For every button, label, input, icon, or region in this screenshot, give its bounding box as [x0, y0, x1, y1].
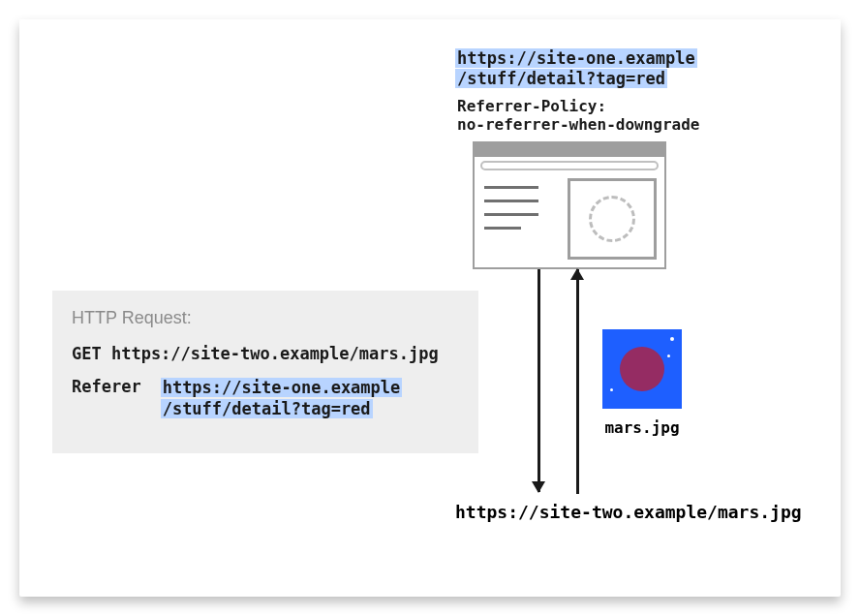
http-get-line: GET https://site-two.example/mars.jpg [72, 344, 459, 363]
resource-filename: mars.jpg [602, 418, 682, 437]
browser-window-icon [473, 141, 666, 269]
response-arrow-up-icon [576, 269, 579, 494]
request-arrow-down-icon [538, 269, 540, 492]
diagram-card: https://site-one.example /stuff/detail?t… [19, 19, 841, 597]
origin-url: https://site-one.example /stuff/detail?t… [455, 48, 697, 90]
origin-url-line1: https://site-one.example [455, 48, 697, 68]
resource-url: https://site-two.example/mars.jpg [455, 502, 802, 522]
origin-url-line2: /stuff/detail?tag=red [455, 69, 667, 88]
referer-line1: https://site-one.example [161, 378, 403, 397]
referrer-policy: Referrer-Policy: no-referrer-when-downgr… [457, 97, 699, 134]
mars-icon [602, 329, 682, 409]
policy-header: Referrer-Policy: [457, 97, 699, 115]
referer-line2: /stuff/detail?tag=red [161, 399, 373, 418]
http-request-box: HTTP Request: GET https://site-two.examp… [52, 291, 478, 453]
referer-value: https://site-one.example /stuff/detail?t… [161, 377, 403, 419]
resource-icon-block: mars.jpg [602, 329, 682, 437]
policy-value: no-referrer-when-downgrade [457, 115, 699, 134]
http-title: HTTP Request: [72, 308, 459, 328]
image-placeholder-icon [568, 178, 657, 260]
referer-label: Referer [72, 377, 141, 396]
